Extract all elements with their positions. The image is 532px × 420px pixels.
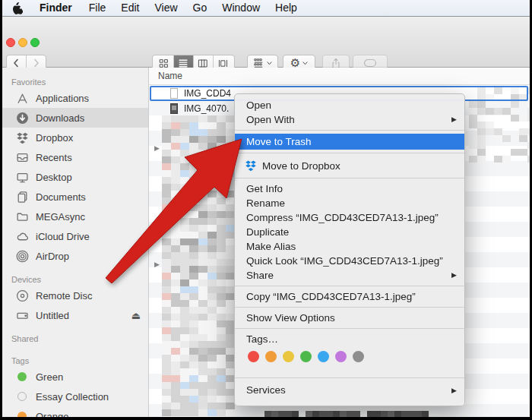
sidebar-item-label: AirDrop [36,251,69,262]
tag-color-dot[interactable] [283,351,294,362]
apple-icon[interactable] [2,2,32,14]
sidebar-item-remote-disc[interactable]: Remote Disc [2,286,148,305]
downloads-icon [14,111,30,125]
menu-separator [235,307,464,308]
tag-color-dot[interactable] [335,351,347,362]
sidebar-item-label: Remote Disc [36,290,92,302]
menu-item-copy-img-cdd43ced7a13-1-jpeg[interactable]: Copy “IMG_CDD43CED7A13-1.jpeg” [235,289,464,304]
window-toolbar: Back/Forward View [2,17,530,68]
sidebar-item-dropbox[interactable]: Dropbox [2,128,148,147]
tag-icon [363,58,377,68]
eject-icon[interactable]: ⏏ [131,310,148,321]
sidebar-item-downloads[interactable]: Downloads [2,108,148,128]
tag-color-dot[interactable] [353,351,364,362]
sidebar-item-green[interactable]: Green [2,367,148,387]
dropbox-icon [14,131,30,144]
menu-item-rename[interactable]: Rename [235,196,464,210]
menubar-item-view[interactable]: View [147,2,185,14]
menubar-item-go[interactable]: Go [185,2,215,14]
sidebar-item-label: Downloads [36,112,84,124]
sidebar-item-documents[interactable]: Documents [2,187,148,207]
sidebar-section-title-tags: Tags [2,355,148,367]
submenu-arrow-icon: ▶ [451,268,457,283]
menu-item-label: Quick Look “IMG_CDD43CED7A13-1.jpeg” [246,255,443,267]
menu-item-move-to-trash[interactable]: Move to Trash [235,134,464,150]
sidebar-item-recents[interactable]: Recents [2,147,148,167]
menubar-item-window[interactable]: Window [214,2,268,14]
sidebar-item-icloud-drive[interactable]: iCloud Drive [2,226,148,246]
menu-item-label: Tags… [246,333,278,345]
tag-dot-icon [14,370,30,384]
folder-icon [14,210,30,223]
menubar-item-file[interactable]: File [81,2,114,14]
menu-item-label: Make Alias [246,241,296,252]
menu-item-label: Services [246,384,286,396]
tag-color-dot[interactable] [318,351,329,362]
menu-item-label: Show View Options [246,312,335,324]
drive-icon [14,308,30,322]
tag-color-dot[interactable] [265,351,277,362]
menu-item-label: Duplicate [246,226,289,238]
sidebar-item-label: MEGAsync [36,211,85,223]
menu-item-move-to-dropbox[interactable]: Move to Dropbox [235,156,464,175]
menu-item-compress-img-cdd43ced7a13-1-jpeg[interactable]: Compress “IMG_CDD43CED7A13-1.jpeg” [235,210,464,225]
menubar-item-help[interactable]: Help [268,2,305,14]
sidebar-item-label: Desktop [36,172,72,183]
file-name-label: IMG_4070. [184,103,229,114]
remote-disc-icon [14,289,30,302]
sidebar-item-label: Orange [36,411,68,418]
menu-item-make-alias[interactable]: Make Alias [235,239,464,254]
menu-separator [235,328,464,329]
submenu-arrow-icon: ▶ [451,381,457,399]
menu-item-services[interactable]: Services▶ [235,381,464,399]
menu-item-tags[interactable]: Tags… [235,332,464,346]
sidebar-item-untitled[interactable]: Untitled⏏ [2,305,148,325]
tag-color-dot[interactable] [248,351,259,362]
menubar-item-finder[interactable]: Finder [32,2,81,14]
applications-icon [14,91,30,105]
sidebar-item-applications[interactable]: Applications [2,88,148,108]
menu-item-open[interactable]: Open [235,98,464,112]
menu-item-label: Open With [246,114,295,125]
submenu-arrow-icon: ▶ [451,112,457,127]
sidebar-item-orange[interactable]: Orange [2,406,148,417]
sidebar-item-label: Applications [36,93,89,104]
sidebar-item-airdrop[interactable]: AirDrop [2,246,148,266]
menubar-item-edit[interactable]: Edit [113,2,147,14]
menu-item-share[interactable]: Share▶ [235,268,464,283]
chevron-down-icon [302,62,308,65]
sidebar-item-desktop[interactable]: Desktop [2,167,148,187]
sidebar-item-essay-collection[interactable]: Essay Collection [2,387,148,406]
menu-item-label: Open [246,99,271,111]
menu-item-duplicate[interactable]: Duplicate [235,225,464,239]
context-menu: OpenOpen With▶Move to TrashMove to Dropb… [234,93,465,406]
tag-color-dot[interactable] [300,351,312,362]
disclosure-triangle-icon[interactable]: ▶ [154,261,160,268]
menu-item-label: Move to Trash [246,136,312,147]
menu-separator [235,153,464,153]
sidebar-item-label: Documents [36,191,86,203]
disclosure-triangle-icon[interactable]: ▶ [154,144,160,152]
icloud-icon [14,229,30,243]
close-window-button[interactable] [6,38,15,47]
menu-separator [235,178,464,178]
desktop-icon [14,170,30,184]
finder-sidebar: FavoritesApplicationsDownloadsDropboxRec… [2,68,149,417]
screenshot-frame: FinderFileEditViewGoWindowHelp Back/Forw… [0,0,532,420]
sidebar-item-label: Dropbox [36,132,73,144]
menu-item-open-with[interactable]: Open With▶ [235,112,464,127]
minimize-window-button[interactable] [18,38,27,47]
zoom-window-button[interactable] [30,38,40,47]
name-column-header[interactable]: Name [149,68,530,85]
menu-separator [235,377,464,378]
menu-item-get-info[interactable]: Get Info [235,182,464,196]
menu-item-label: Get Info [246,183,283,194]
sidebar-item-label: Untitled [36,310,69,321]
menu-item-label: Share [246,270,274,281]
menu-item-show-view-options[interactable]: Show View Options [235,311,464,325]
sidebar-item-megasync[interactable]: MEGAsync [2,207,148,226]
recents-icon [14,150,30,164]
arrange-icon [253,58,264,68]
menu-item-quick-look-img-cdd43ced7a13-1-jpeg[interactable]: Quick Look “IMG_CDD43CED7A13-1.jpeg” [235,254,464,268]
system-menu-bar: FinderFileEditViewGoWindowHelp [2,0,530,17]
